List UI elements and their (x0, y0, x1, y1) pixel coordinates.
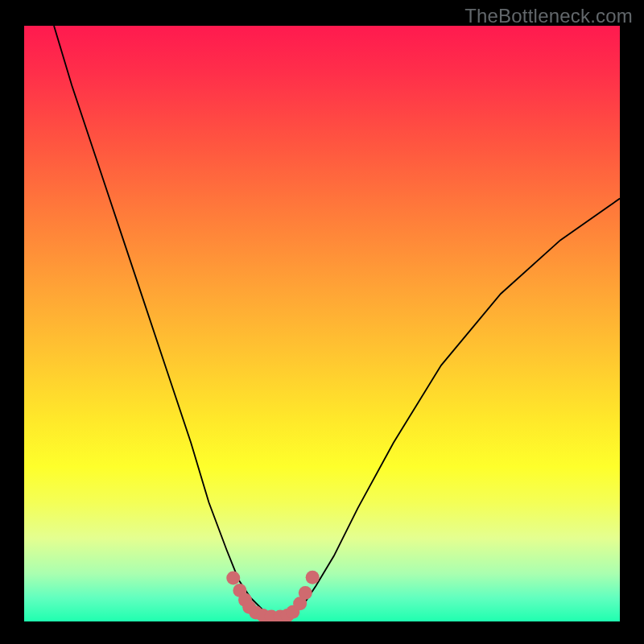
curve-left (54, 26, 268, 616)
chart-stage: TheBottleneck.com (0, 0, 644, 644)
valley-dot (299, 586, 312, 600)
valley-dot (226, 571, 240, 584)
watermark-text: TheBottleneck.com (464, 5, 633, 27)
valley-dot (306, 571, 320, 584)
valley-marker-group (226, 571, 319, 621)
curve-right (292, 199, 620, 616)
plot-area (24, 26, 620, 621)
plot-svg (24, 26, 620, 621)
